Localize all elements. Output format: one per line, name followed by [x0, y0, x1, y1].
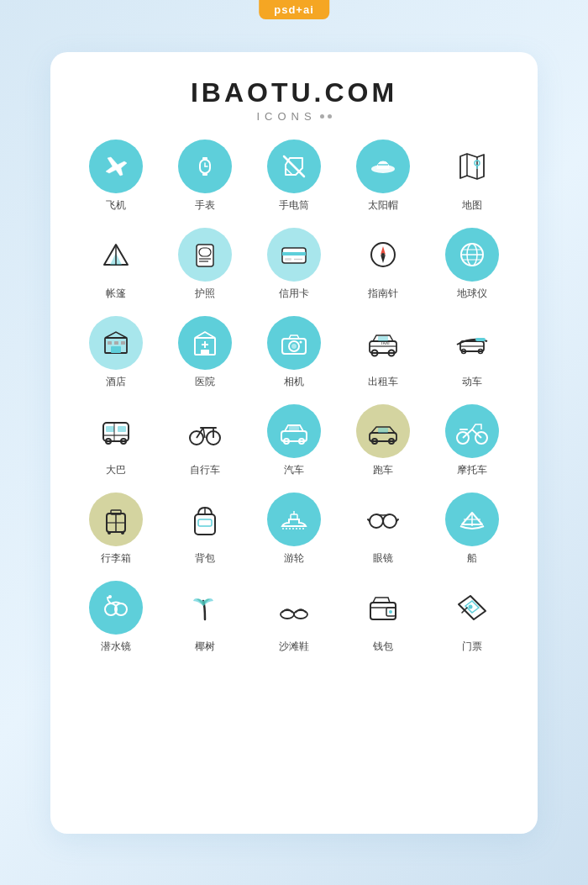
icon-boat: 船 — [432, 493, 512, 566]
icon-map: 地图 — [432, 140, 512, 213]
icon-sandals: 沙滩鞋 — [254, 581, 334, 654]
svg-rect-32 — [108, 341, 112, 345]
svg-rect-31 — [111, 346, 121, 353]
svg-rect-33 — [114, 341, 118, 345]
svg-line-6 — [286, 168, 292, 175]
icon-cruise: 游轮 — [254, 493, 334, 566]
icon-watch: 手表 — [165, 140, 245, 213]
dot2 — [328, 114, 332, 119]
svg-rect-4 — [202, 173, 207, 176]
icon-tent: 帐篷 — [76, 228, 156, 301]
icon-glasses: 眼镜 — [343, 493, 423, 566]
icon-hotel: 酒店 — [76, 316, 156, 389]
svg-point-41 — [291, 344, 297, 349]
icon-wallet: 钱包 — [343, 581, 423, 654]
icon-motorcycle: 摩托车 — [432, 404, 512, 477]
svg-rect-3 — [202, 157, 207, 160]
subtitle-text: ICONS — [256, 110, 316, 123]
svg-point-81 — [121, 531, 124, 535]
svg-rect-56 — [118, 426, 126, 432]
svg-rect-68 — [289, 426, 299, 431]
card-subtitle: ICONS — [256, 110, 331, 123]
svg-rect-18 — [282, 252, 306, 255]
icon-palmtree: 椰树 — [165, 581, 245, 654]
card-title: IBAOTU.COM — [191, 77, 397, 108]
icon-globe: 地球仪 — [432, 228, 512, 301]
icon-snorkel: 潜水镜 — [76, 581, 156, 654]
svg-rect-19 — [285, 258, 291, 261]
svg-rect-34 — [121, 341, 125, 345]
svg-point-88 — [370, 514, 383, 528]
icon-bicycle: 自行车 — [165, 404, 245, 477]
icons-grid: 飞机 手表 — [67, 140, 521, 654]
icon-train: 动车 — [432, 316, 512, 389]
icon-creditcard: 信用卡 — [254, 228, 334, 301]
icon-sportscar: 跑车 — [343, 404, 423, 477]
svg-point-80 — [108, 531, 111, 535]
icon-bus: 大巴 — [76, 404, 156, 477]
icon-luggage: 行李箱 — [76, 493, 156, 566]
icon-airplane: 飞机 — [76, 140, 156, 213]
svg-point-42 — [300, 340, 302, 343]
icon-sunhat: 太阳帽 — [343, 140, 423, 213]
svg-rect-38 — [201, 350, 209, 355]
icon-flashlight: 手电筒 — [254, 140, 334, 213]
svg-rect-72 — [378, 428, 388, 433]
svg-point-24 — [381, 253, 385, 256]
svg-line-92 — [396, 519, 398, 521]
icon-car: 汽车 — [254, 404, 334, 477]
svg-rect-83 — [198, 519, 212, 526]
icon-passport: 护照 — [165, 228, 245, 301]
svg-line-91 — [368, 519, 370, 521]
svg-point-89 — [383, 514, 396, 528]
icon-hospital: 医院 — [165, 316, 245, 389]
svg-point-105 — [469, 604, 473, 608]
svg-point-103 — [389, 610, 392, 614]
card: IBAOTU.COM ICONS 飞机 — [50, 52, 538, 834]
icon-backpack: 背包 — [165, 493, 245, 566]
icon-compass: 指南针 — [343, 228, 423, 301]
dot1 — [320, 114, 324, 119]
svg-point-98 — [108, 595, 112, 598]
svg-text:TAXI: TAXI — [381, 340, 390, 345]
badge: psd+ai — [259, 0, 329, 19]
svg-line-5 — [284, 156, 304, 176]
svg-rect-69 — [370, 433, 396, 441]
icon-taxi: TAXI 出租车 — [343, 316, 423, 389]
icon-ticket: 门票 — [432, 581, 512, 654]
icon-camera: 相机 — [254, 316, 334, 389]
svg-rect-53 — [475, 338, 486, 341]
svg-rect-55 — [106, 426, 114, 432]
